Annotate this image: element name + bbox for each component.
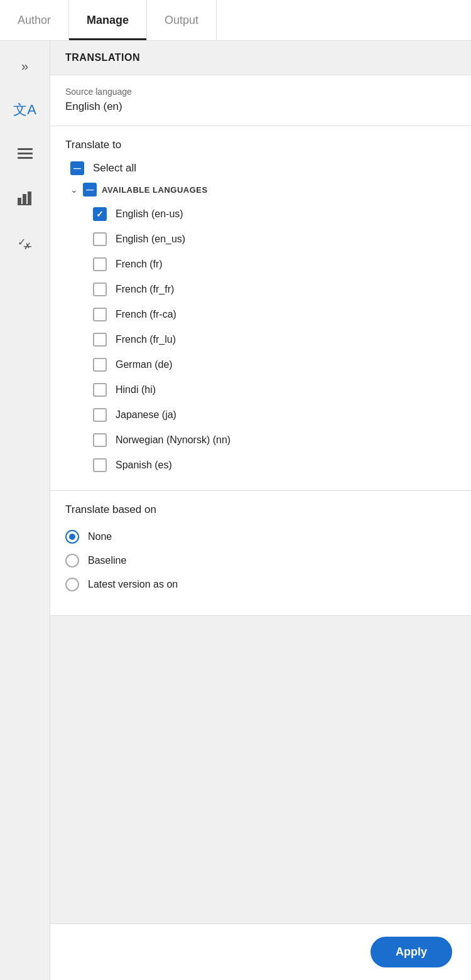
select-all-row: Select all [65,161,456,175]
source-language-value: English (en) [65,100,456,113]
lang-checkbox-ja[interactable] [93,408,107,422]
section-header: TRANSLATION [50,41,471,75]
lang-checkbox-hi[interactable] [93,383,107,397]
list-item: German (de) [93,352,456,377]
radio-label-latest: Latest version as on [88,579,178,590]
lang-label: German (de) [116,359,173,370]
chart-icon[interactable] [13,185,38,210]
lang-checkbox-fr_lu[interactable] [93,333,107,347]
tab-output[interactable]: Output [147,0,217,40]
radio-label-none: None [88,531,112,542]
main-layout: 文A ✓ ✗ TRANSLATION [0,41,471,980]
svg-text:✗: ✗ [24,241,31,249]
list-item: Norwegian (Nynorsk) (nn) [93,428,456,453]
apply-button[interactable]: Apply [371,937,452,967]
lang-label: French (fr) [116,259,163,270]
translate-to-title: Translate to [65,139,456,151]
lang-label: French (fr_lu) [116,334,176,345]
radio-latest[interactable] [65,578,79,591]
svg-rect-0 [18,148,33,150]
radio-item-baseline: Baseline [65,549,456,573]
lang-checkbox-fr-ca[interactable] [93,308,107,321]
radio-none[interactable] [65,530,79,544]
lang-checkbox-en-us[interactable] [93,207,107,221]
svg-rect-5 [28,191,31,205]
list-item: French (fr_fr) [93,277,456,302]
lang-label: French (fr_fr) [116,284,174,295]
list-item: English (en_us) [93,227,456,252]
svg-rect-1 [18,153,33,154]
list-item: French (fr) [93,252,456,277]
language-list: English (en-us) English (en_us) French (… [93,202,456,478]
radio-item-none: None [65,525,456,549]
lines-icon[interactable] [13,141,38,166]
list-item: French (fr_lu) [93,327,456,352]
list-item: French (fr-ca) [93,302,456,327]
lang-checkbox-fr_fr[interactable] [93,283,107,296]
collapse-icon[interactable] [13,53,38,78]
content-area: TRANSLATION Source language English (en)… [50,41,471,980]
available-languages-group: ⌄ AVAILABLE LANGUAGES English (en-us) En… [70,183,456,478]
source-language-label: Source language [65,87,456,97]
lang-group-header: ⌄ AVAILABLE LANGUAGES [70,183,456,197]
lang-label: Japanese (ja) [116,409,176,421]
list-item: Japanese (ja) [93,402,456,428]
top-nav: Author Manage Output [0,0,471,41]
svg-rect-2 [18,157,33,159]
translate-based-on-title: Translate based on [65,503,456,516]
group-checkbox[interactable] [83,183,97,197]
lang-label: Norwegian (Nynorsk) (nn) [116,434,230,446]
lang-label: English (en-us) [116,208,183,220]
lang-checkbox-fr[interactable] [93,257,107,271]
group-title: AVAILABLE LANGUAGES [102,185,208,195]
lang-label: Hindi (hi) [116,384,156,396]
svg-rect-4 [23,194,26,205]
list-item: Spanish (es) [93,453,456,478]
apply-bar: Apply [50,923,471,980]
lang-checkbox-es[interactable] [93,458,107,472]
list-item: Hindi (hi) [93,377,456,402]
lang-checkbox-de[interactable] [93,358,107,372]
lang-checkbox-nn[interactable] [93,433,107,447]
translate-icon[interactable]: 文A [13,97,38,122]
spacer [50,616,471,923]
lang-label: English (en_us) [116,234,185,245]
radio-baseline[interactable] [65,554,79,568]
select-all-label: Select all [93,162,136,175]
radio-label-baseline: Baseline [88,555,126,566]
translate-based-on-panel: Translate based on None Baseline Latest … [50,491,471,616]
radio-item-latest: Latest version as on [65,573,456,596]
chevron-icon[interactable]: ⌄ [70,185,78,195]
tab-manage[interactable]: Manage [69,0,147,40]
lang-label: French (fr-ca) [116,309,176,320]
tab-author[interactable]: Author [0,0,69,40]
source-language-panel: Source language English (en) [50,75,471,126]
check-x-icon[interactable]: ✓ ✗ [13,229,38,254]
svg-rect-6 [18,204,31,205]
list-item: English (en-us) [93,202,456,227]
select-all-checkbox[interactable] [70,161,84,175]
lang-label: Spanish (es) [116,460,172,471]
sidebar: 文A ✓ ✗ [0,41,50,980]
translate-to-panel: Translate to Select all ⌄ AVAILABLE LANG… [50,126,471,491]
lang-checkbox-en_us[interactable] [93,232,107,246]
